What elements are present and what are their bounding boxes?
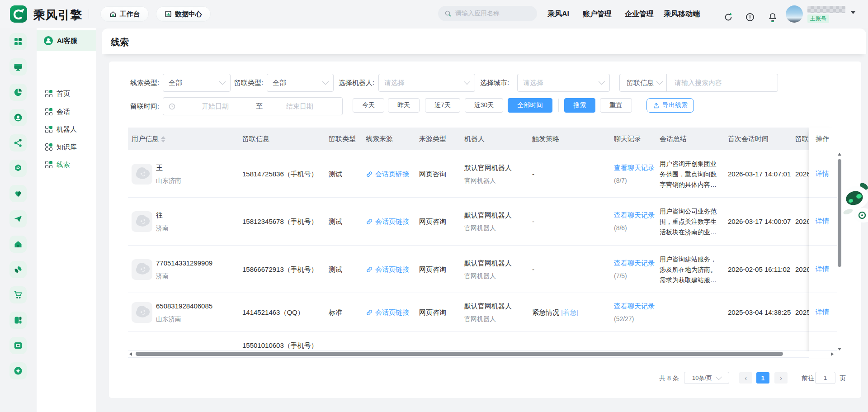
vertical-scroll-thumb[interactable] [838, 159, 841, 267]
quick-30days-button[interactable]: 近30天 [465, 98, 503, 113]
info-field-select[interactable]: 留联信息 [620, 74, 666, 91]
scroll-left-arrow[interactable] [129, 352, 132, 356]
robot-sub: 官网机器人 [464, 315, 496, 323]
table-body: 王山东济南15814725836（手机号）测试会话页链接网页咨询默认官网机器人官… [128, 150, 837, 358]
contact-type-select[interactable]: 全部 [267, 74, 334, 92]
strategy-tag: [着急] [561, 308, 578, 316]
rail-cart-button[interactable] [9, 286, 27, 303]
col-user-info[interactable]: 用户信息 [132, 128, 165, 150]
first-session-time: 2026-02-05 16:11:02 [728, 265, 790, 273]
workbench-button[interactable]: 工作台 [100, 6, 149, 22]
sidebar-item-sessions[interactable]: 会话 [37, 103, 96, 121]
rail-dashboard-button[interactable] [9, 33, 27, 50]
session-summary: 用户咨询建站服务，涉及所在地为济南。需求为获取建站服… [660, 254, 717, 285]
view-chat-link[interactable]: 查看聊天记录 [614, 302, 655, 311]
sidebar-item-home[interactable]: 首页 [37, 85, 96, 103]
view-chat-link[interactable]: 查看聊天记录 [614, 211, 655, 220]
chat-count: (8/6) [614, 224, 627, 232]
rail-pie-chart-button[interactable] [9, 84, 27, 101]
sidebar-item-knowledge[interactable]: 知识库 [37, 138, 96, 156]
data-center-button[interactable]: 数据中心 [156, 6, 211, 22]
next-page-button[interactable]: › [774, 372, 788, 384]
prev-page-button[interactable]: ‹ [739, 372, 752, 384]
visitor-location: 济南 [156, 224, 169, 232]
robot-mascot[interactable] [842, 180, 868, 223]
rail-support-agent-button[interactable] [9, 109, 27, 126]
session-page-link[interactable]: 会话页链接 [366, 265, 409, 274]
view-chat-link[interactable]: 查看聊天记录 [614, 259, 655, 268]
refresh-icon[interactable] [723, 12, 733, 22]
col-chat-record: 聊天记录 [614, 128, 641, 150]
horizontal-scrollbar[interactable] [128, 351, 837, 357]
contact-type-label: 留联类型: [234, 74, 263, 92]
user-menu-caret-icon[interactable] [851, 11, 855, 14]
scroll-up-arrow[interactable] [838, 153, 841, 156]
monitor-icon [14, 62, 23, 71]
detail-link[interactable]: 详情 [816, 217, 829, 226]
nav-chengfeng-ai[interactable]: 乘风AI [547, 0, 569, 28]
source-type: 网页咨询 [419, 308, 446, 317]
rail-paper-plane-button[interactable] [9, 210, 27, 227]
rail-monitor-button[interactable] [9, 58, 27, 76]
date-range-picker[interactable]: 开始日期 至 结束日期 [163, 97, 343, 115]
page-unit: 页 [840, 374, 846, 383]
view-chat-link[interactable]: 查看聊天记录 [614, 164, 655, 172]
nav-account-mgmt[interactable]: 账户管理 [583, 0, 612, 28]
clock-icon [169, 103, 175, 110]
detail-link[interactable]: 详情 [816, 170, 829, 178]
quick-alltime-button[interactable]: 全部时间 [508, 98, 552, 113]
nav-mobile[interactable]: 乘风移动端 [664, 0, 700, 28]
rail-home-button[interactable] [9, 236, 27, 253]
sidebar-app-header[interactable]: AI客服 [37, 30, 96, 51]
nav-enterprise-mgmt[interactable]: 企业管理 [625, 0, 654, 28]
reset-button[interactable]: 重置 [600, 98, 632, 113]
link-icon [366, 218, 373, 225]
rail-chat-sync-button[interactable] [9, 160, 27, 177]
quick-7days-button[interactable]: 近7天 [425, 98, 460, 113]
table-row: 650831928406085山东济南1414521463（QQ）标准会话页链接… [128, 293, 837, 331]
sidebar-item-leads[interactable]: 线索 [37, 156, 96, 174]
ai-service-icon [43, 36, 53, 46]
page-1-button[interactable]: 1 [756, 372, 769, 384]
grid-icon [45, 90, 52, 97]
quick-yesterday-button[interactable]: 昨天 [388, 98, 420, 113]
visitor-name: 650831928406085 [156, 302, 212, 310]
session-page-link[interactable]: 会话页链接 [366, 218, 409, 226]
page-size-select[interactable]: 10条/页 [684, 372, 729, 384]
city-select[interactable]: 请选择 [517, 74, 610, 92]
sidebar-item-robots[interactable]: 机器人 [37, 120, 96, 138]
row-action: 详情 [809, 150, 837, 198]
bell-icon[interactable] [768, 12, 778, 22]
robot-name: 默认官网机器人 [464, 211, 512, 220]
scroll-down-arrow[interactable] [838, 348, 841, 350]
session-page-link[interactable]: 会话页链接 [366, 308, 409, 317]
quick-today-button[interactable]: 今天 [353, 98, 384, 113]
rail-layout-blocks-button[interactable] [9, 312, 27, 329]
vertical-scrollbar[interactable] [837, 150, 842, 358]
rail-leaves-button[interactable] [9, 261, 27, 278]
robot-select[interactable]: 请选择 [378, 74, 475, 92]
contact-time-clipped: 2026 [795, 170, 809, 178]
info-icon[interactable] [745, 12, 755, 22]
sort-icon[interactable] [161, 136, 165, 142]
table-row: 往济南15812345678（手机号）测试会话页链接网页咨询默认官网机器人官网机… [128, 198, 837, 246]
rail-heart-button[interactable] [9, 185, 27, 202]
rail-browser-window-button[interactable] [9, 337, 27, 354]
lead-type-select[interactable]: 全部 [163, 74, 231, 92]
detail-link[interactable]: 详情 [816, 265, 829, 274]
rail-share-button[interactable] [9, 134, 27, 152]
app-search-input[interactable]: 请输入应用名称 [438, 6, 537, 21]
session-page-link[interactable]: 会话页链接 [366, 170, 409, 179]
brand-name: 乘风引擎 [33, 7, 82, 23]
page-title: 线索 [111, 36, 129, 48]
scroll-right-arrow[interactable] [831, 352, 834, 356]
horizontal-scroll-thumb[interactable] [136, 352, 783, 356]
user-avatar[interactable] [786, 5, 803, 23]
search-button[interactable]: 搜索 [564, 98, 595, 113]
detail-link[interactable]: 详情 [816, 308, 829, 317]
export-leads-button[interactable]: 导出线索 [646, 98, 694, 113]
goto-page-input[interactable]: 1 [815, 372, 835, 384]
rail-coin-star-button[interactable] [9, 362, 27, 379]
info-search-input[interactable]: 请输入搜索内容 [667, 79, 722, 87]
session-summary: 用户咨询开创集团业务范围，重点询问数字营销的具体内容… [660, 159, 717, 190]
